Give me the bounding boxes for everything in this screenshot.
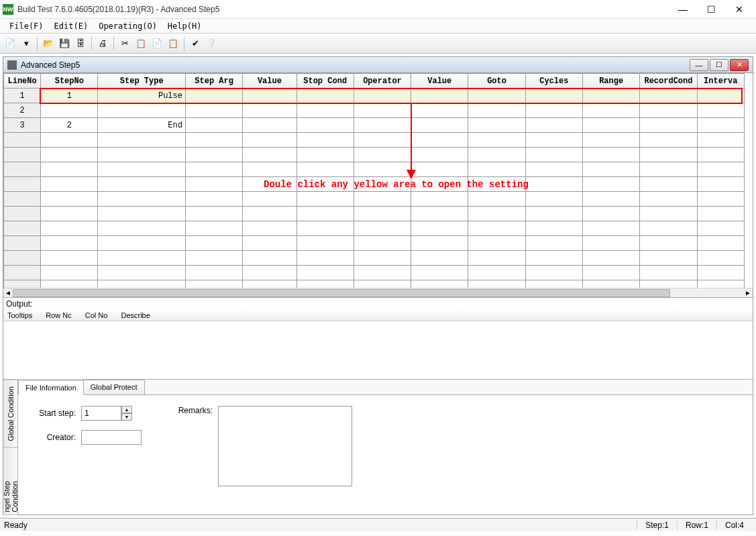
- grid-horizontal-scrollbar[interactable]: ◄►: [3, 288, 753, 297]
- print-icon[interactable]: 🖨: [95, 36, 110, 51]
- grid-cell[interactable]: [243, 221, 296, 236]
- grid-cell[interactable]: [41, 236, 98, 251]
- grid-cell[interactable]: [98, 207, 185, 221]
- table-row[interactable]: [4, 148, 745, 162]
- grid-cell[interactable]: [468, 236, 525, 251]
- grid-header[interactable]: StepNo: [41, 74, 98, 89]
- grid-cell[interactable]: [583, 148, 640, 162]
- grid-cell[interactable]: End: [98, 118, 185, 133]
- grid-cell[interactable]: [583, 118, 640, 133]
- paste2-icon[interactable]: 📋: [166, 36, 180, 51]
- table-row[interactable]: [4, 266, 745, 280]
- grid-cell[interactable]: [243, 280, 296, 288]
- grid-cell[interactable]: [296, 192, 354, 207]
- grid-cell[interactable]: [243, 103, 296, 118]
- grid-cell[interactable]: [98, 221, 185, 236]
- grid-cell[interactable]: [243, 89, 296, 103]
- grid-cell[interactable]: [583, 207, 640, 221]
- grid-cell[interactable]: [525, 89, 582, 103]
- grid-cell[interactable]: [411, 118, 468, 133]
- table-row[interactable]: [4, 207, 745, 221]
- grid-cell[interactable]: [468, 251, 525, 266]
- grid-header[interactable]: Range: [583, 74, 640, 89]
- grid-cell[interactable]: [243, 236, 296, 251]
- check-icon[interactable]: ✔: [188, 36, 203, 51]
- grid-cell[interactable]: Pulse: [98, 89, 185, 103]
- grid-cell[interactable]: [354, 192, 411, 207]
- grid-cell[interactable]: [468, 280, 525, 288]
- grid-cell[interactable]: [697, 251, 744, 266]
- grid-cell[interactable]: [354, 251, 411, 266]
- grid-cell[interactable]: [697, 236, 744, 251]
- minimize-button[interactable]: —: [669, 1, 697, 18]
- grid-cell[interactable]: [411, 162, 468, 177]
- grid-cell[interactable]: [640, 251, 697, 266]
- new-icon[interactable]: 📄: [3, 36, 17, 51]
- grid-cell[interactable]: [640, 177, 697, 192]
- grid-cell[interactable]: [41, 177, 98, 192]
- grid-cell[interactable]: [354, 162, 411, 177]
- grid-cell[interactable]: [411, 207, 468, 221]
- grid-cell[interactable]: [583, 236, 640, 251]
- grid-cell[interactable]: [41, 251, 98, 266]
- grid-cell[interactable]: [354, 236, 411, 251]
- grid-cell[interactable]: [296, 236, 354, 251]
- grid-cell[interactable]: [354, 266, 411, 280]
- close-button[interactable]: ✕: [725, 1, 753, 18]
- grid-cell[interactable]: [98, 280, 185, 288]
- grid-cell[interactable]: [640, 133, 697, 148]
- grid-cell[interactable]: [4, 280, 41, 288]
- grid-cell[interactable]: [468, 207, 525, 221]
- grid-cell[interactable]: [98, 148, 185, 162]
- grid-cell[interactable]: [525, 280, 582, 288]
- grid-cell[interactable]: [640, 148, 697, 162]
- grid-cell[interactable]: [525, 148, 582, 162]
- grid-header[interactable]: Value: [411, 74, 468, 89]
- grid-cell[interactable]: [296, 251, 354, 266]
- grid-cell[interactable]: [697, 118, 744, 133]
- grid-cell[interactable]: [468, 148, 525, 162]
- grid-cell[interactable]: [411, 221, 468, 236]
- grid-cell[interactable]: [185, 221, 242, 236]
- grid-cell[interactable]: [185, 148, 242, 162]
- grid-cell[interactable]: [243, 148, 296, 162]
- grid-header[interactable]: Step Arg: [185, 74, 242, 89]
- grid-cell[interactable]: [697, 192, 744, 207]
- grid-cell[interactable]: [583, 266, 640, 280]
- grid-cell[interactable]: [411, 103, 468, 118]
- grid-cell[interactable]: [583, 221, 640, 236]
- grid-header[interactable]: Operator: [354, 74, 411, 89]
- grid-cell[interactable]: [354, 148, 411, 162]
- grid-cell[interactable]: [697, 280, 744, 288]
- grid-cell[interactable]: 2: [4, 103, 41, 118]
- grid-cell[interactable]: [4, 192, 41, 207]
- grid-cell[interactable]: [4, 251, 41, 266]
- side-tab-channel-step-condition[interactable]: ngel Step Condition: [3, 447, 17, 515]
- grid-cell[interactable]: [468, 89, 525, 103]
- grid-cell[interactable]: [354, 280, 411, 288]
- grid-cell[interactable]: [697, 148, 744, 162]
- grid-cell[interactable]: [185, 177, 242, 192]
- saveall-icon[interactable]: 🗄: [73, 36, 88, 51]
- grid-cell[interactable]: [296, 148, 354, 162]
- menu-file[interactable]: File(F): [4, 20, 49, 32]
- grid-cell[interactable]: [296, 103, 354, 118]
- grid-cell[interactable]: [640, 89, 697, 103]
- grid-cell[interactable]: [583, 133, 640, 148]
- grid-cell[interactable]: [185, 162, 242, 177]
- grid-cell[interactable]: [411, 148, 468, 162]
- grid-cell[interactable]: [354, 118, 411, 133]
- subwindow-close-button[interactable]: ✕: [730, 59, 749, 71]
- start-step-down-button[interactable]: ▼: [121, 413, 132, 421]
- grid-cell[interactable]: [583, 103, 640, 118]
- output-body[interactable]: [3, 321, 753, 379]
- grid-cell[interactable]: [41, 192, 98, 207]
- remarks-textarea[interactable]: [218, 406, 352, 486]
- grid-cell[interactable]: [583, 280, 640, 288]
- grid-cell[interactable]: [185, 133, 242, 148]
- tab-global-protect[interactable]: Global Protect: [83, 380, 145, 394]
- grid-cell[interactable]: [640, 207, 697, 221]
- grid-cell[interactable]: 1: [41, 89, 98, 103]
- dropdown-icon[interactable]: ▾: [19, 36, 34, 51]
- table-row[interactable]: [4, 192, 745, 207]
